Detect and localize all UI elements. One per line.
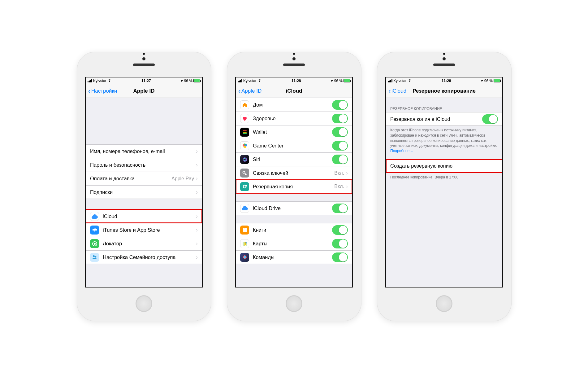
backup-icon xyxy=(240,182,249,191)
screen-1: Kyivstar 11:27 ➤ 96 % ‹ Настройки Apple … xyxy=(85,77,203,287)
back-button[interactable]: ‹ iCloud xyxy=(388,87,406,95)
signal-icon xyxy=(238,79,242,82)
svg-point-10 xyxy=(244,143,246,145)
locator-icon xyxy=(90,239,99,248)
toggle-switch[interactable] xyxy=(482,114,498,124)
cloud-icon xyxy=(90,212,99,221)
row-siri[interactable]: Siri xyxy=(236,152,352,166)
row-payment-shipping[interactable]: Оплата и доставка Apple Pay › xyxy=(86,172,202,185)
phone-frame-3: Kyivstar 11:28 ➤ 96 % ‹ iCloud Резервное… xyxy=(377,52,512,321)
status-bar: Kyivstar 11:27 ➤ 96 % xyxy=(86,77,202,84)
section-header: РЕЗЕРВНОЕ КОПИРОВАНИЕ xyxy=(386,105,502,112)
svg-point-3 xyxy=(95,256,96,258)
icloud-apps-group-2: Книги Карты Команды xyxy=(236,223,352,264)
chevron-right-icon: › xyxy=(196,175,198,182)
toggle-switch[interactable] xyxy=(332,127,348,137)
backup-now-group: Создать резервную копию xyxy=(386,159,502,173)
speaker-slot xyxy=(283,64,305,66)
signal-icon xyxy=(388,79,392,82)
camera-dot xyxy=(142,57,145,60)
location-icon: ➤ xyxy=(480,79,484,83)
chevron-left-icon: ‹ xyxy=(238,87,241,95)
svg-point-14 xyxy=(245,242,247,244)
battery-percent: 96 % xyxy=(184,79,192,83)
health-icon xyxy=(240,114,249,123)
row-maps[interactable]: Карты xyxy=(236,237,352,250)
battery-icon xyxy=(494,79,500,82)
status-time: 11:28 xyxy=(262,79,331,83)
content-area: РЕЗЕРВНОЕ КОПИРОВАНИЕ Резервная копия в … xyxy=(386,98,502,287)
battery-icon xyxy=(344,79,350,82)
screen-3: Kyivstar 11:28 ➤ 96 % ‹ iCloud Резервное… xyxy=(385,77,503,287)
row-books[interactable]: Книги xyxy=(236,223,352,237)
carrier-label: Kyivstar xyxy=(243,79,257,83)
speaker-slot xyxy=(133,64,155,66)
row-icloud-backup-toggle[interactable]: Резервная копия в iCloud xyxy=(386,112,502,126)
row-health[interactable]: Здоровье xyxy=(236,112,352,125)
battery-icon xyxy=(193,79,200,82)
signal-icon xyxy=(88,79,92,82)
location-icon: ➤ xyxy=(180,79,184,83)
row-family-sharing[interactable]: Настройка Семейного доступа › xyxy=(86,250,202,264)
svg-point-2 xyxy=(93,255,95,257)
toggle-switch[interactable] xyxy=(332,114,348,123)
row-keychain[interactable]: Связка ключей Вкл. › xyxy=(236,166,352,180)
row-shortcuts[interactable]: Команды xyxy=(236,250,352,264)
family-icon xyxy=(90,253,99,262)
wifi-icon xyxy=(257,79,262,83)
nav-bar: ‹ iCloud Резервное копирование xyxy=(386,84,502,98)
back-button[interactable]: ‹ Apple ID xyxy=(238,87,262,95)
settings-group-a: Имя, номера телефонов, e-mail › Пароль и… xyxy=(86,144,202,199)
gamecenter-icon xyxy=(240,141,249,150)
home-button[interactable] xyxy=(436,295,452,312)
row-itunes-appstore[interactable]: iTunes Store и App Store › xyxy=(86,223,202,237)
back-button[interactable]: ‹ Настройки xyxy=(88,87,117,95)
row-home[interactable]: Дом xyxy=(236,98,352,112)
home-button[interactable] xyxy=(136,295,152,312)
status-time: 11:27 xyxy=(112,79,181,83)
nav-bar: ‹ Настройки Apple ID xyxy=(86,84,202,98)
svg-rect-4 xyxy=(243,130,247,131)
carrier-label: Kyivstar xyxy=(93,79,106,83)
shortcuts-icon xyxy=(240,253,249,262)
row-backup-now[interactable]: Создать резервную копию xyxy=(386,159,502,173)
wifi-icon xyxy=(408,79,412,83)
home-button[interactable] xyxy=(286,295,302,312)
row-icloud[interactable]: iCloud › xyxy=(86,209,202,223)
row-name-phone-email[interactable]: Имя, номера телефонов, e-mail › xyxy=(86,144,202,158)
icloud-drive-group: iCloud Drive xyxy=(236,201,352,215)
icloud-apps-group: Дом Здоровье Wallet xyxy=(236,98,352,193)
chevron-right-icon: › xyxy=(196,240,198,247)
toggle-switch[interactable] xyxy=(332,225,348,235)
row-icloud-backup[interactable]: Резервная копия Вкл. › xyxy=(236,180,352,193)
row-wallet[interactable]: Wallet xyxy=(236,125,352,139)
toggle-switch[interactable] xyxy=(332,239,348,248)
chevron-right-icon: › xyxy=(346,170,348,176)
chevron-right-icon: › xyxy=(196,162,198,168)
camera-dot xyxy=(292,57,296,60)
row-password-security[interactable]: Пароль и безопасность › xyxy=(86,158,202,172)
key-icon xyxy=(240,169,249,178)
speaker-slot xyxy=(433,64,455,66)
toggle-switch[interactable] xyxy=(332,155,348,164)
home-icon xyxy=(240,100,249,109)
maps-icon xyxy=(240,239,249,248)
toggle-switch[interactable] xyxy=(332,141,348,151)
location-icon: ➤ xyxy=(330,79,334,83)
backup-footer-text: Когда этот iPhone подключен к источнику … xyxy=(386,126,502,155)
row-find-my[interactable]: Локатор › xyxy=(86,237,202,250)
content-area: Дом Здоровье Wallet xyxy=(236,98,352,287)
svg-point-12 xyxy=(244,158,246,160)
siri-icon xyxy=(240,155,249,164)
toggle-switch[interactable] xyxy=(332,204,348,213)
row-icloud-drive[interactable]: iCloud Drive xyxy=(236,201,352,215)
learn-more-link[interactable]: Подробнее… xyxy=(390,149,413,153)
row-gamecenter[interactable]: Game Center xyxy=(236,139,352,152)
screen-2: Kyivstar 11:28 ➤ 96 % ‹ Apple ID iCloud xyxy=(235,77,353,287)
row-subscriptions[interactable]: Подписки › xyxy=(86,185,202,199)
appstore-icon xyxy=(90,226,99,235)
content-area: Имя, номера телефонов, e-mail › Пароль и… xyxy=(86,98,202,287)
chevron-right-icon: › xyxy=(196,148,198,155)
toggle-switch[interactable] xyxy=(332,252,348,262)
toggle-switch[interactable] xyxy=(332,100,348,110)
